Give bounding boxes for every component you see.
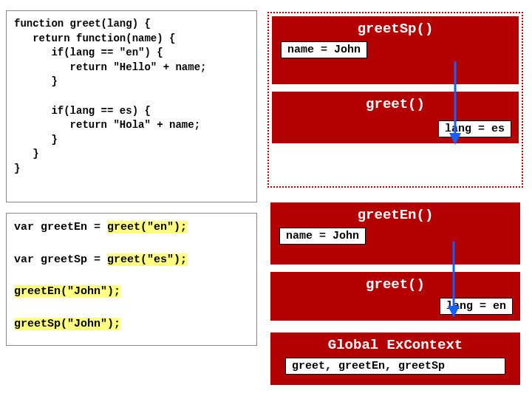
code-highlight: greet("es"); (107, 253, 187, 266)
exec-stack-sp: greetSp() name = John greet() lang = es (267, 12, 523, 188)
arrow-icon (445, 238, 463, 319)
code-line: var greetSp = (14, 253, 107, 266)
code-block-calls: var greetEn = greet("en"); var greetSp =… (6, 213, 257, 346)
context-title: greetSp() (278, 21, 513, 37)
context-title: greetEn() (276, 207, 514, 223)
context-global: Global ExContext greet, greetEn, greetSp (270, 332, 520, 385)
context-var: name = John (281, 41, 367, 58)
svg-marker-3 (448, 306, 460, 318)
exec-stack-en: greetEn() name = John greet() lang = en (267, 200, 523, 324)
code-highlight: greetEn("John"); (14, 285, 120, 298)
context-greetsp: greetSp() name = John (272, 16, 519, 84)
code-highlight: greetSp("John"); (14, 318, 120, 330)
svg-marker-1 (449, 133, 461, 145)
code-highlight: greet("en"); (107, 221, 187, 233)
context-title: greet() (278, 96, 513, 112)
arrow-icon (446, 58, 464, 146)
code-line: var greetEn = (14, 221, 107, 233)
context-greet-es: greet() lang = es (272, 92, 519, 143)
context-greeten: greetEn() name = John (270, 202, 520, 265)
context-greet-en: greet() lang = en (270, 272, 520, 321)
context-title: Global ExContext (276, 337, 514, 353)
context-var: greet, greetEn, greetSp (285, 358, 505, 375)
context-title: greet() (276, 276, 514, 293)
context-var: name = John (279, 228, 366, 245)
code-block-function: function greet(lang) { return function(n… (6, 10, 257, 202)
